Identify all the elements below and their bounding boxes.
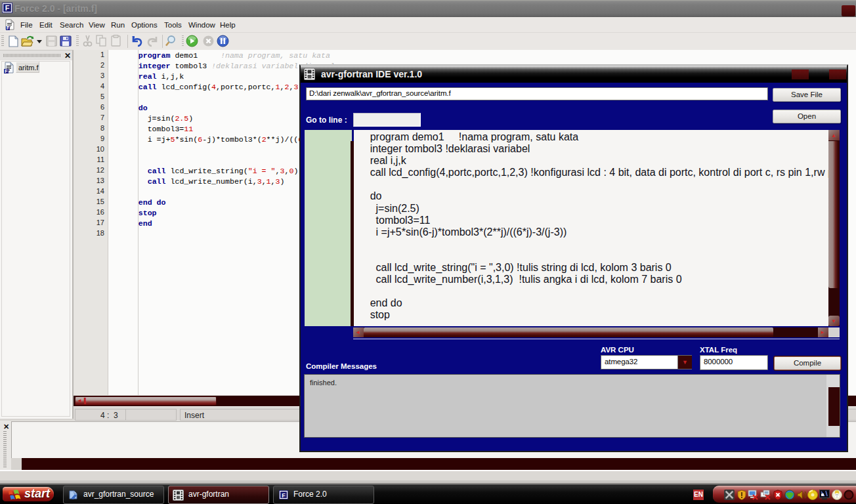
svg-text:F: F (7, 26, 9, 30)
svg-text:F: F (5, 4, 10, 12)
svg-text:F: F (282, 492, 286, 499)
svg-text:F: F (5, 69, 8, 74)
